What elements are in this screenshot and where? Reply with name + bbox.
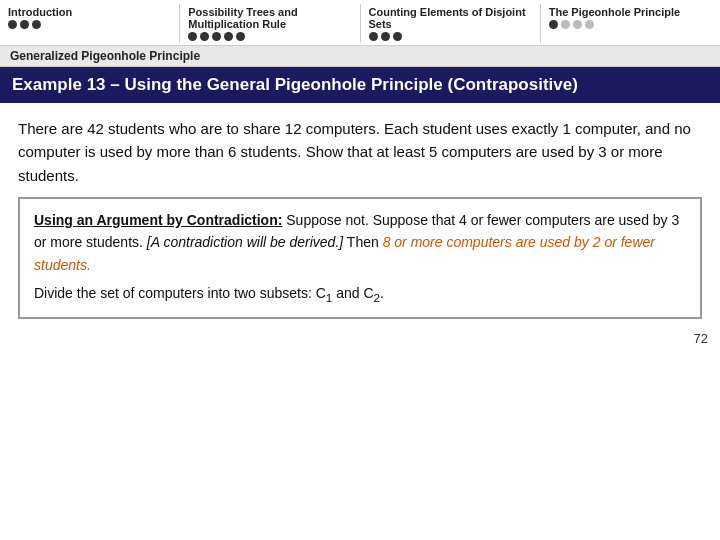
page-number-container: 72 — [0, 327, 720, 348]
content-area: There are 42 students who are to share 1… — [0, 103, 720, 327]
nav-title-introduction: Introduction — [8, 6, 171, 18]
dot — [585, 20, 594, 29]
nav-title-counting: Counting Elements of Disjoint Sets — [369, 6, 532, 30]
dot — [393, 32, 402, 41]
dot — [561, 20, 570, 29]
nav-section-possibility[interactable]: Possibility Trees and Multiplication Rul… — [180, 4, 360, 43]
dot — [236, 32, 245, 41]
example-heading: Example 13 – Using the General Pigeonhol… — [0, 67, 720, 103]
nav-title-pigeonhole: The Pigeonhole Principle — [549, 6, 712, 18]
dot — [20, 20, 29, 29]
nav-dots-possibility — [188, 32, 351, 41]
problem-text: There are 42 students who are to share 1… — [18, 117, 702, 187]
nav-section-pigeonhole[interactable]: The Pigeonhole Principle — [541, 4, 720, 43]
dot — [381, 32, 390, 41]
subtitle-text: Generalized Pigeonhole Principle — [10, 49, 200, 63]
dot — [32, 20, 41, 29]
argument-paragraph-2: Divide the set of computers into two sub… — [34, 282, 686, 307]
dot — [200, 32, 209, 41]
nav-title-possibility: Possibility Trees and Multiplication Rul… — [188, 6, 351, 30]
dot — [188, 32, 197, 41]
argument-paragraph-1: Using an Argument by Contradiction: Supp… — [34, 209, 686, 276]
argument-divide-text: Divide the set of computers into two sub… — [34, 285, 326, 301]
nav-dots-counting — [369, 32, 532, 41]
dot — [8, 20, 17, 29]
argument-box: Using an Argument by Contradiction: Supp… — [18, 197, 702, 320]
dot — [549, 20, 558, 29]
example-heading-text: Example 13 – Using the General Pigeonhol… — [12, 75, 578, 94]
subtitle-bar: Generalized Pigeonhole Principle — [0, 46, 720, 67]
nav-bar: Introduction Possibility Trees and Multi… — [0, 0, 720, 46]
nav-section-counting[interactable]: Counting Elements of Disjoint Sets — [361, 4, 541, 43]
nav-section-introduction[interactable]: Introduction — [0, 4, 180, 43]
dot — [573, 20, 582, 29]
dot — [369, 32, 378, 41]
page-number: 72 — [694, 331, 708, 346]
nav-dots-pigeonhole — [549, 20, 712, 29]
argument-italic: [A contradiction will be derived.] — [147, 234, 343, 250]
argument-divide-end: . — [380, 285, 384, 301]
nav-dots-introduction — [8, 20, 171, 29]
argument-intro-bold: Using an Argument by Contradiction: — [34, 212, 282, 228]
dot — [212, 32, 221, 41]
argument-then-normal: Then — [343, 234, 382, 250]
dot — [224, 32, 233, 41]
argument-divide-and: and C — [332, 285, 373, 301]
